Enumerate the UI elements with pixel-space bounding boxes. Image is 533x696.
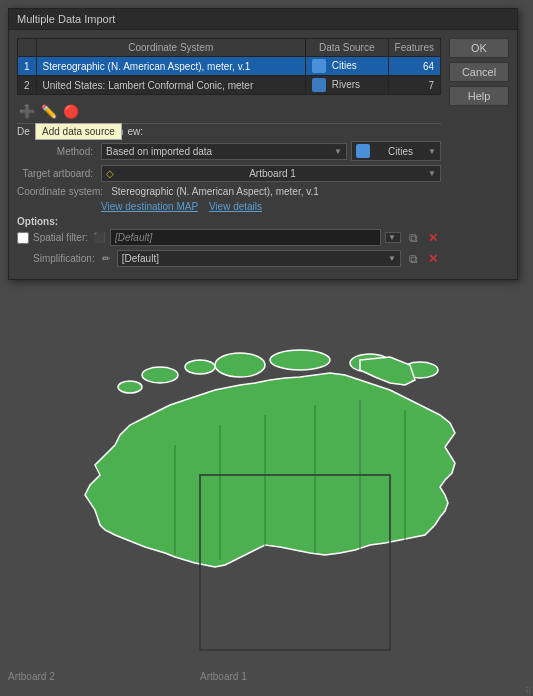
artboard-icon: ◇ — [106, 168, 114, 179]
svg-point-5 — [142, 367, 178, 383]
layer-select-arrow: ▼ — [428, 147, 436, 156]
links-row: View destination MAP View details — [17, 201, 441, 212]
cancel-button[interactable]: Cancel — [449, 62, 509, 82]
col-header-data-source: Data Source — [305, 39, 388, 57]
layer-select-value: Cities — [388, 146, 413, 157]
simplification-select[interactable]: [Default] ▼ — [117, 250, 401, 267]
dialog-body: Coordinate System Data Source Features 1… — [9, 30, 517, 279]
col-header-num — [18, 39, 37, 57]
target-artboard-label: Target artboard: — [17, 168, 97, 179]
col-header-features: Features — [388, 39, 440, 57]
svg-point-0 — [215, 353, 265, 377]
dialog-main: Coordinate System Data Source Features 1… — [17, 38, 441, 271]
svg-point-6 — [118, 381, 142, 393]
destination-label: De — [17, 126, 34, 137]
method-row: Method: Based on imported data ▼ Cities … — [17, 141, 441, 161]
simplification-remove-icon[interactable]: ✕ — [425, 251, 441, 267]
row-num: 2 — [18, 76, 37, 95]
row-features: 7 — [388, 76, 440, 95]
spatial-filter-row: Spatial filter: ⬛ ▼ ⧉ ✕ — [17, 229, 441, 246]
canada-map-svg — [40, 345, 500, 665]
edit-data-source-button[interactable]: ✏️ — [39, 101, 59, 121]
simplification-value: [Default] — [122, 253, 159, 264]
help-button[interactable]: Help — [449, 86, 509, 106]
spatial-filter-copy-icon[interactable]: ⧉ — [405, 230, 421, 246]
view-destination-map-link[interactable]: View destination MAP — [101, 201, 198, 212]
simplification-copy-icon[interactable]: ⧉ — [405, 251, 421, 267]
row-data-source: Rivers — [305, 76, 388, 95]
svg-point-1 — [270, 350, 330, 370]
dialog-title: Multiple Data Import — [17, 13, 115, 25]
target-artboard-arrow: ▼ — [428, 169, 436, 178]
add-data-source-button[interactable]: ➕ — [17, 101, 37, 121]
artboard2-label: Artboard 2 — [8, 671, 55, 682]
coordinate-system-label: Coordinate system: — [17, 186, 107, 197]
options-label: Options: — [17, 216, 441, 227]
simplification-row: Simplification: ✏ [Default] ▼ ⧉ ✕ — [17, 250, 441, 267]
map-area: Artboard 2 Artboard 1 ⠿ — [0, 335, 533, 696]
spatial-filter-label: Spatial filter: — [33, 232, 88, 243]
spatial-filter-remove-icon[interactable]: ✕ — [425, 230, 441, 246]
artboard1-label: Artboard 1 — [200, 671, 247, 682]
remove-data-source-button[interactable]: 🔴 — [61, 101, 81, 121]
row-coordinate-system: Stereographic (N. American Aspect), mete… — [36, 57, 305, 76]
target-artboard-select[interactable]: ◇ Artboard 1 ▼ — [101, 165, 441, 182]
spatial-filter-dropdown[interactable]: ▼ — [385, 232, 401, 243]
toolbar-row: ➕ ✏️ 🔴 Add data source — [17, 101, 441, 121]
dialog-buttons: OK Cancel Help — [449, 38, 509, 271]
links-space — [202, 201, 205, 212]
method-select-value: Based on imported data — [106, 146, 212, 157]
target-artboard-value: Artboard 1 — [249, 168, 296, 179]
method-label: Method: — [17, 146, 97, 157]
layer-icon — [356, 144, 370, 158]
import-table: Coordinate System Data Source Features 1… — [17, 38, 441, 95]
target-artboard-row: Target artboard: ◇ Artboard 1 ▼ — [17, 165, 441, 182]
destination-ew: ew: — [127, 126, 143, 137]
destination-suffix: stination artboard n — [38, 126, 124, 137]
datasource-icon — [312, 59, 326, 73]
method-select[interactable]: Based on imported data ▼ — [101, 143, 347, 160]
svg-point-4 — [185, 360, 215, 374]
ok-button[interactable]: OK — [449, 38, 509, 58]
table-row[interactable]: 1 Stereographic (N. American Aspect), me… — [18, 57, 441, 76]
spatial-filter-input[interactable] — [110, 229, 381, 246]
col-header-coordinate-system: Coordinate System — [36, 39, 305, 57]
table-row[interactable]: 2 United States: Lambert Conformal Conic… — [18, 76, 441, 95]
layer-select[interactable]: Cities ▼ — [351, 141, 441, 161]
resize-handle[interactable]: ⠿ — [523, 686, 533, 696]
method-select-arrow: ▼ — [334, 147, 342, 156]
dialog-titlebar: Multiple Data Import — [9, 9, 517, 30]
row-num: 1 — [18, 57, 37, 76]
simplification-icon: ✏ — [99, 252, 113, 266]
simplification-label: Simplification: — [33, 253, 95, 264]
row-features: 64 — [388, 57, 440, 76]
datasource-icon — [312, 78, 326, 92]
spatial-filter-checkbox[interactable] — [17, 232, 29, 244]
coordinate-system-row: Coordinate system: Stereographic (N. Ame… — [17, 186, 441, 197]
spatial-filter-icon: ⬛ — [92, 231, 106, 245]
row-coordinate-system: United States: Lambert Conformal Conic, … — [36, 76, 305, 95]
destination-row: De stination artboard n ew: — [17, 126, 441, 137]
coordinate-system-value: Stereographic (N. American Aspect), mete… — [111, 186, 319, 197]
view-details-link[interactable]: View details — [209, 201, 262, 212]
multiple-data-import-dialog: Multiple Data Import Coordinate System D… — [8, 8, 518, 280]
simplification-arrow: ▼ — [388, 254, 396, 263]
row-data-source: Cities — [305, 57, 388, 76]
